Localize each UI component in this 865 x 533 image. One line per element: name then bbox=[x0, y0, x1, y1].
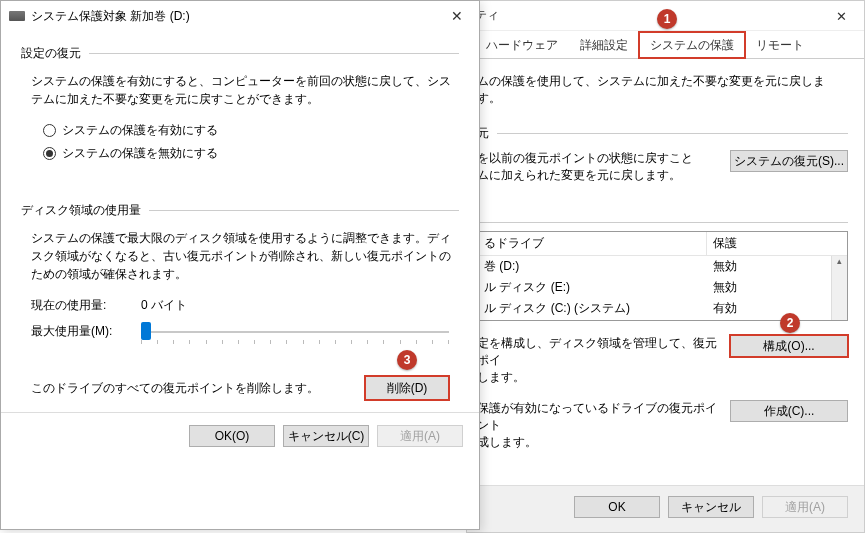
bg-close-button[interactable]: ✕ bbox=[819, 1, 864, 31]
drive-rows: 巻 (D:)無効 ル ディスク (E:)無効 ル ディスク (C:) (システム… bbox=[478, 256, 847, 321]
divider bbox=[149, 210, 459, 211]
disk-usage-section: ディスク領域の使用量 bbox=[21, 202, 459, 219]
dialog-cancel-button[interactable]: キャンセル(C) bbox=[283, 425, 369, 447]
restore-group-label: 元 bbox=[477, 125, 848, 142]
dialog-apply-button: 適用(A) bbox=[377, 425, 463, 447]
tab-advanced[interactable]: 詳細設定 bbox=[569, 32, 639, 58]
tab-hardware[interactable]: ハードウェア bbox=[475, 32, 569, 58]
delete-row: このドライブのすべての復元ポイントを削除します。 3 削除(D) bbox=[31, 376, 449, 400]
table-row[interactable]: ル ディスク (E:)無効 bbox=[478, 277, 847, 298]
drive-icon bbox=[9, 11, 25, 21]
disk-description: システムの保護で最大限のディスク領域を使用するように調整できます。ディスク領域が… bbox=[31, 229, 459, 283]
create-restore-point-button[interactable]: 作成(C)... bbox=[730, 400, 848, 422]
restore-group-text: 元 bbox=[477, 125, 497, 142]
delete-description: このドライブのすべての復元ポイントを削除します。 bbox=[31, 380, 319, 397]
callout-marker-2: 2 bbox=[780, 313, 800, 333]
tab-system-protection[interactable]: システムの保護 bbox=[639, 32, 745, 58]
current-usage-row: 現在の使用量: 0 バイト bbox=[31, 297, 459, 314]
bg-body: ムの保護を使用して、システムに加えた不要な変更を元に戻します。 元 を以前の復元… bbox=[467, 59, 864, 471]
restore-description: システムの保護を有効にすると、コンピューターを前回の状態に戻して、システムに加え… bbox=[31, 72, 459, 108]
radio-icon-selected bbox=[43, 147, 56, 160]
divider bbox=[89, 53, 459, 54]
create-row: 保護が有効になっているドライブの復元ポイント 成します。 作成(C)... bbox=[477, 400, 848, 451]
create-text: 保護が有効になっているドライブの復元ポイント 成します。 bbox=[477, 400, 718, 451]
scroll-up-icon[interactable]: ▴ bbox=[837, 256, 842, 266]
callout-marker-3: 3 bbox=[397, 350, 417, 370]
dialog-footer: OK(O) キャンセル(C) 適用(A) bbox=[1, 412, 479, 459]
system-restore-button[interactable]: システムの復元(S)... bbox=[730, 150, 848, 172]
restore-row: を以前の復元ポイントの状態に戻すこと ムに加えられた変更を元に戻します。 システ… bbox=[477, 150, 848, 184]
max-usage-row: 最大使用量(M): bbox=[31, 320, 459, 342]
radio-disable-protection[interactable]: システムの保護を無効にする bbox=[43, 145, 459, 162]
max-usage-label: 最大使用量(M): bbox=[31, 323, 141, 340]
close-icon: ✕ bbox=[451, 8, 463, 24]
radio-label: システムの保護を有効にする bbox=[62, 122, 218, 139]
drive-table: るドライブ 保護 巻 (D:)無効 ル ディスク (E:)無効 ル ディスク (… bbox=[477, 231, 848, 321]
bg-cancel-button[interactable]: キャンセル bbox=[668, 496, 754, 518]
radio-icon bbox=[43, 124, 56, 137]
dialog-titlebar: システム保護対象 新加巻 (D:) ✕ bbox=[1, 1, 479, 31]
dialog-title: システム保護対象 新加巻 (D:) bbox=[31, 8, 190, 25]
slider-thumb[interactable] bbox=[141, 322, 151, 340]
callout-marker-1: 1 bbox=[657, 9, 677, 29]
configure-text: 定を構成し、ディスク領域を管理して、復元ポイ します。 bbox=[477, 335, 718, 386]
restore-text: を以前の復元ポイントの状態に戻すこと ムに加えられた変更を元に戻します。 bbox=[477, 150, 718, 184]
bg-apply-button: 適用(A) bbox=[762, 496, 848, 518]
max-usage-slider[interactable] bbox=[141, 320, 449, 342]
dialog-body: 設定の復元 システムの保護を有効にすると、コンピューターを前回の状態に戻して、シ… bbox=[1, 31, 479, 412]
section-title: ディスク領域の使用量 bbox=[21, 202, 149, 219]
dialog-ok-button[interactable]: OK(O) bbox=[189, 425, 275, 447]
table-row[interactable]: 巻 (D:)無効 bbox=[478, 256, 847, 277]
tab-strip: ハードウェア 詳細設定 システムの保護 リモート bbox=[467, 31, 864, 59]
divider bbox=[497, 133, 848, 134]
system-protection-dialog: システム保護対象 新加巻 (D:) ✕ 設定の復元 システムの保護を有効にすると… bbox=[0, 0, 480, 530]
bg-description: ムの保護を使用して、システムに加えた不要な変更を元に戻します。 bbox=[477, 73, 848, 107]
drives-group bbox=[477, 222, 848, 223]
current-usage-label: 現在の使用量: bbox=[31, 297, 141, 314]
section-title: 設定の復元 bbox=[21, 45, 89, 62]
configure-button[interactable]: 構成(O)... bbox=[730, 335, 848, 357]
slider-track-line bbox=[141, 331, 449, 333]
radio-enable-protection[interactable]: システムの保護を有効にする bbox=[43, 122, 459, 139]
bg-footer: OK キャンセル 適用(A) bbox=[467, 485, 864, 532]
divider bbox=[477, 222, 848, 223]
configure-row: 定を構成し、ディスク領域を管理して、復元ポイ します。 構成(O)... 2 bbox=[477, 335, 848, 386]
close-icon: ✕ bbox=[836, 9, 847, 24]
current-usage-value: 0 バイト bbox=[141, 297, 187, 314]
col-drive[interactable]: るドライブ bbox=[478, 232, 707, 255]
radio-label: システムの保護を無効にする bbox=[62, 145, 218, 162]
tab-remote[interactable]: リモート bbox=[745, 32, 815, 58]
system-properties-window: ティ ✕ ハードウェア 詳細設定 システムの保護 リモート 1 ムの保護を使用し… bbox=[466, 0, 865, 533]
dialog-close-button[interactable]: ✕ bbox=[434, 1, 479, 31]
delete-button[interactable]: 削除(D) bbox=[365, 376, 449, 400]
col-protection[interactable]: 保護 bbox=[707, 232, 847, 255]
slider-ticks bbox=[141, 340, 449, 344]
drive-table-header: るドライブ 保護 bbox=[478, 232, 847, 256]
bg-ok-button[interactable]: OK bbox=[574, 496, 660, 518]
restore-settings-section: 設定の復元 bbox=[21, 45, 459, 62]
scrollbar[interactable]: ▴ ▾ bbox=[831, 256, 847, 321]
